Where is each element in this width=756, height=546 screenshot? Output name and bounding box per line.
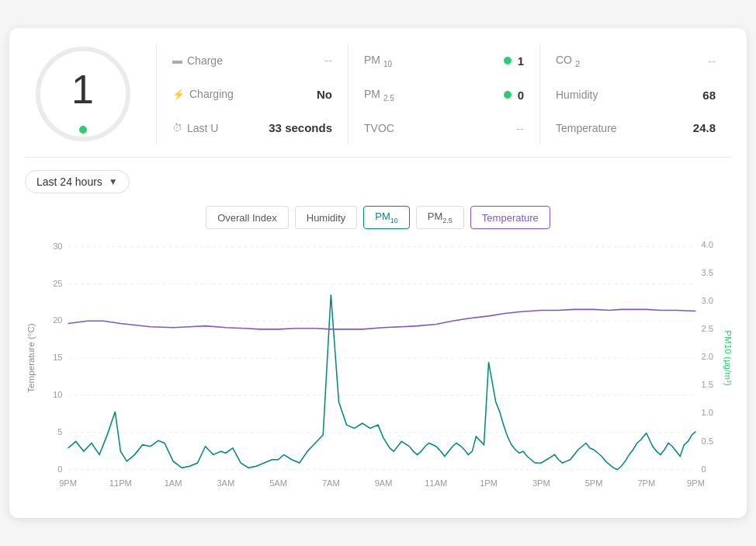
svg-text:3AM: 3AM	[217, 478, 234, 487]
tab-temperature[interactable]: Temperature	[470, 206, 550, 229]
time-selector-label: Last 24 hours	[36, 176, 102, 188]
charging-label: Charging	[189, 88, 234, 100]
svg-text:0: 0	[57, 464, 62, 473]
humidity-value: 68	[702, 89, 716, 102]
svg-text:30: 30	[53, 241, 62, 250]
charge-row: ▬ Charge --	[172, 50, 332, 70]
pm10-value: 1	[518, 54, 524, 68]
battery-icon: ▬	[172, 54, 182, 66]
humidity-label: Humidity	[556, 89, 598, 101]
svg-text:2.5: 2.5	[702, 324, 713, 333]
gauge-area: 1	[25, 43, 157, 144]
svg-text:9PM: 9PM	[687, 478, 705, 487]
gauge-value: 1	[71, 66, 94, 113]
chart-tabs: Overall Index Humidity PM10 PM2.5 Temper…	[25, 206, 731, 229]
co2-row: CO 2 --	[556, 50, 716, 71]
svg-text:Temperature (°C): Temperature (°C)	[26, 323, 36, 393]
main-card: 1 ▬ Charge -- ⚡ Charging	[9, 28, 747, 518]
stats-col-right: CO 2 -- Humidity 68 Temperature 24.8	[540, 43, 731, 144]
charging-row: ⚡ Charging No	[172, 85, 332, 104]
tab-overall-index[interactable]: Overall Index	[206, 206, 289, 229]
svg-text:7AM: 7AM	[322, 478, 340, 487]
tvoc-value: --	[516, 122, 524, 135]
svg-text:1AM: 1AM	[165, 478, 182, 487]
chevron-down-icon: ▼	[109, 176, 118, 187]
svg-text:7PM: 7PM	[637, 478, 655, 487]
svg-text:4.0: 4.0	[702, 239, 713, 249]
top-section: 1 ▬ Charge -- ⚡ Charging	[25, 43, 731, 158]
svg-text:3PM: 3PM	[532, 478, 550, 487]
chart-area: .grid-line { stroke: #ddd; stroke-width:…	[25, 238, 731, 503]
temperature-value: 24.8	[693, 121, 716, 134]
svg-text:PM10 (µg/m³): PM10 (µg/m³)	[723, 330, 731, 386]
charging-value: No	[317, 88, 332, 101]
svg-text:1.0: 1.0	[702, 408, 713, 417]
svg-text:2.0: 2.0	[702, 352, 713, 361]
svg-text:5AM: 5AM	[269, 478, 287, 487]
lastupdate-label: Last U	[187, 122, 218, 134]
clock-icon: ⏱	[172, 122, 182, 134]
pm25-value: 0	[518, 89, 524, 102]
svg-text:1PM: 1PM	[480, 478, 498, 487]
svg-text:20: 20	[53, 315, 62, 325]
temperature-line	[68, 309, 696, 329]
controls-row: Last 24 hours ▼	[25, 170, 731, 193]
svg-text:11PM: 11PM	[109, 478, 132, 487]
svg-text:3.5: 3.5	[702, 267, 713, 276]
co2-value: --	[708, 54, 716, 68]
svg-text:10: 10	[53, 390, 62, 399]
lastupdate-value: 33 seconds	[269, 121, 332, 134]
tab-pm10[interactable]: PM10	[363, 206, 410, 229]
svg-text:9PM: 9PM	[59, 478, 77, 487]
pm25-label: PM 2.5	[364, 88, 394, 103]
chart-svg: .grid-line { stroke: #ddd; stroke-width:…	[25, 238, 731, 503]
stats-col-middle: PM 10 1 PM 2.5 0	[349, 43, 540, 144]
temperature-row: Temperature 24.8	[556, 118, 716, 137]
time-selector[interactable]: Last 24 hours ▼	[25, 170, 130, 193]
gauge-circle: 1	[33, 43, 134, 144]
tab-humidity[interactable]: Humidity	[295, 206, 358, 229]
svg-text:9AM: 9AM	[375, 478, 393, 487]
stats-col-left: ▬ Charge -- ⚡ Charging No ⏱ Last U	[157, 43, 349, 144]
lastupdate-row: ⏱ Last U 33 seconds	[172, 118, 332, 137]
svg-text:1.5: 1.5	[702, 380, 713, 389]
co2-label: CO 2	[556, 54, 580, 68]
svg-text:0.5: 0.5	[702, 436, 713, 445]
svg-text:3.0: 3.0	[702, 295, 713, 304]
stats-section: ▬ Charge -- ⚡ Charging No ⏱ Last U	[157, 43, 731, 144]
pm25-dot	[504, 91, 512, 99]
tab-pm25[interactable]: PM2.5	[416, 206, 464, 229]
svg-text:5PM: 5PM	[585, 478, 603, 487]
pm10-dot	[504, 57, 512, 64]
charge-value: --	[324, 54, 332, 67]
pm25-row: PM 2.5 0	[364, 85, 524, 106]
svg-text:5: 5	[57, 426, 62, 436]
tvoc-label: TVOC	[364, 122, 394, 134]
svg-text:0: 0	[702, 464, 706, 473]
pm10-row: PM 10 1	[364, 50, 524, 71]
humidity-row: Humidity 68	[556, 85, 716, 105]
svg-text:15: 15	[53, 353, 62, 362]
tvoc-row: TVOC --	[364, 119, 524, 138]
svg-text:11AM: 11AM	[425, 478, 447, 487]
svg-text:25: 25	[53, 278, 62, 287]
bolt-icon: ⚡	[172, 89, 185, 100]
charge-label: Charge	[187, 54, 223, 67]
pm10-label: PM 10	[364, 54, 392, 68]
temperature-label: Temperature	[556, 122, 617, 134]
gauge-status-dot	[79, 126, 87, 134]
